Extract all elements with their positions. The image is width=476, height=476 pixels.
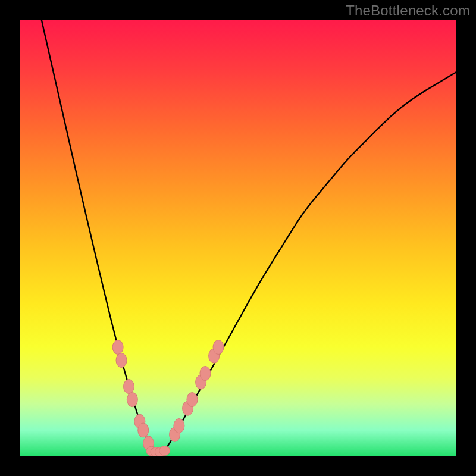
plot-area (20, 20, 456, 456)
marker-dot (124, 380, 134, 394)
marker-dot (174, 419, 184, 433)
chart-svg (20, 20, 456, 456)
marker-dot (138, 423, 149, 437)
markers-left-group (112, 340, 154, 450)
watermark-text: TheBottleneck.com (346, 2, 470, 19)
marker-dot (127, 393, 137, 407)
marker-dot (116, 353, 127, 368)
marker-dot (187, 393, 198, 407)
markers-right-group (170, 340, 224, 442)
marker-dot (112, 340, 123, 355)
markers-bottom-group (146, 446, 170, 456)
marker-dot (159, 446, 170, 455)
bottleneck-curve (42, 20, 456, 452)
marker-dot (200, 367, 211, 381)
chart-frame: TheBottleneck.com (0, 0, 476, 476)
marker-dot (213, 340, 224, 355)
